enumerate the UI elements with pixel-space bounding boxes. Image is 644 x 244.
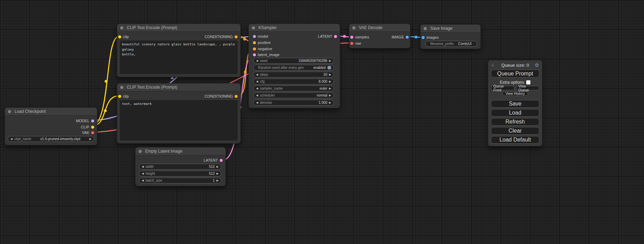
node-title-bar[interactable]: Load Checkpoint bbox=[5, 108, 97, 116]
node-save-image[interactable]: Save Image images filename_prefix ComfyU… bbox=[420, 24, 481, 49]
vae-slot-dot[interactable] bbox=[91, 131, 94, 134]
model-slot-dot[interactable] bbox=[253, 35, 256, 38]
input-slot-samples[interactable]: samples bbox=[350, 35, 369, 39]
input-slot-vae[interactable]: vae bbox=[350, 41, 361, 46]
clip-slot-dot[interactable] bbox=[118, 95, 121, 98]
image-slot-dot[interactable] bbox=[406, 36, 409, 39]
decrement-arrow-icon[interactable]: ◀ bbox=[256, 79, 258, 84]
collapse-dot-icon[interactable] bbox=[252, 26, 255, 29]
sampler-name-widget[interactable]: ◀ sampler_name euler ▶ bbox=[253, 85, 334, 91]
clear-button[interactable]: Clear bbox=[491, 127, 539, 135]
denoise-widget[interactable]: ◀ denoise 1.000 ▶ bbox=[253, 100, 334, 106]
steps-widget[interactable]: ◀ steps 20 ▶ bbox=[253, 72, 334, 78]
increment-arrow-icon[interactable]: ▶ bbox=[329, 79, 331, 84]
collapse-dot-icon[interactable] bbox=[120, 86, 123, 89]
random-seed-widget[interactable]: Random seed after every gen enabled bbox=[253, 65, 334, 71]
increment-arrow-icon[interactable]: ▶ bbox=[329, 93, 331, 98]
input-slot-model[interactable]: model bbox=[253, 34, 268, 39]
load-default-button[interactable]: Load Default bbox=[491, 136, 539, 144]
latent-slot-dot[interactable] bbox=[253, 53, 256, 56]
view-queue-button[interactable]: View Queue bbox=[516, 86, 540, 90]
increment-arrow-icon[interactable]: ▶ bbox=[329, 100, 331, 105]
clip-slot-dot[interactable] bbox=[91, 126, 94, 129]
input-slot-clip[interactable]: clip bbox=[118, 34, 129, 39]
node-load-checkpoint[interactable]: Load Checkpoint MODEL CLIP VAE ◀ ckpt_na… bbox=[5, 107, 97, 145]
increment-arrow-icon[interactable]: ▶ bbox=[329, 58, 331, 63]
increment-arrow-icon[interactable]: ▶ bbox=[217, 171, 219, 176]
output-slot-latent[interactable]: LATENT bbox=[318, 34, 337, 39]
collapse-dot-icon[interactable] bbox=[424, 27, 427, 30]
node-title-bar[interactable]: CLIP Text Encode (Prompt) bbox=[117, 24, 240, 32]
output-slot-vae[interactable]: VAE bbox=[82, 130, 94, 135]
positive-prompt-textarea[interactable]: beautiful scenery nature glass bottle la… bbox=[120, 40, 238, 74]
latent-slot-dot[interactable] bbox=[334, 35, 337, 38]
width-widget[interactable]: ◀ width 512 ▶ bbox=[139, 164, 221, 170]
save-button[interactable]: Save bbox=[491, 100, 539, 108]
latent-slot-dot[interactable] bbox=[350, 36, 353, 39]
output-slot-latent[interactable]: LATENT bbox=[204, 158, 223, 163]
output-slot-image[interactable]: IMAGE bbox=[392, 35, 409, 39]
input-slot-clip[interactable]: clip bbox=[118, 94, 129, 99]
filename-prefix-widget[interactable]: filename_prefix ComfyUI bbox=[425, 41, 477, 47]
increment-arrow-icon[interactable]: ▶ bbox=[329, 72, 331, 77]
node-title-bar[interactable]: Save Image bbox=[421, 25, 480, 33]
node-title-bar[interactable]: VAE Decode bbox=[349, 24, 410, 32]
output-slot-clip[interactable]: CLIP bbox=[81, 125, 94, 129]
collapse-dot-icon[interactable] bbox=[120, 26, 123, 29]
input-slot-negative[interactable]: negative bbox=[253, 46, 272, 51]
collapse-dot-icon[interactable] bbox=[352, 26, 355, 29]
input-slot-images[interactable]: images bbox=[422, 35, 439, 40]
node-title-bar[interactable]: CLIP Text Encode (Prompt) bbox=[117, 83, 240, 91]
height-widget[interactable]: ◀ height 512 ▶ bbox=[139, 171, 221, 177]
conditioning-slot-dot[interactable] bbox=[253, 41, 256, 44]
decrement-arrow-icon[interactable]: ◀ bbox=[256, 58, 258, 63]
node-title-bar[interactable]: Empty Latent Image bbox=[135, 147, 226, 155]
latent-slot-dot[interactable] bbox=[220, 159, 223, 162]
node-empty-latent-image[interactable]: Empty Latent Image LATENT ◀ width 512 ▶ … bbox=[135, 147, 226, 186]
conditioning-slot-dot[interactable] bbox=[235, 35, 238, 38]
extra-options-checkbox[interactable] bbox=[526, 80, 530, 84]
decrement-arrow-icon[interactable]: ◀ bbox=[142, 164, 144, 169]
node-title-bar[interactable]: KSampler bbox=[249, 24, 340, 32]
decrement-arrow-icon[interactable]: ◀ bbox=[256, 100, 258, 105]
increment-arrow-icon[interactable]: ▶ bbox=[217, 164, 219, 169]
node-vae-decode[interactable]: VAE Decode samples IMAGE vae bbox=[349, 24, 411, 48]
cfg-widget[interactable]: ◀ cfg 8.000 ▶ bbox=[253, 79, 334, 84]
conditioning-slot-dot[interactable] bbox=[253, 47, 256, 51]
ckpt-name-widget[interactable]: ◀ ckpt_name v1-5-pruned-emaonly.ckpt ▶ bbox=[8, 136, 94, 142]
view-history-button[interactable]: View History bbox=[502, 91, 528, 96]
decrement-arrow-icon[interactable]: ◀ bbox=[256, 72, 258, 77]
decrement-arrow-icon[interactable]: ◀ bbox=[10, 136, 12, 142]
load-button[interactable]: Load bbox=[491, 109, 539, 117]
model-slot-dot[interactable] bbox=[91, 119, 94, 123]
image-slot-dot[interactable] bbox=[422, 36, 425, 39]
batch-size-widget[interactable]: ◀ batch_size 1 ▶ bbox=[139, 178, 221, 183]
increment-arrow-icon[interactable]: ▶ bbox=[329, 86, 331, 91]
output-slot-conditioning[interactable]: CONDITIONING bbox=[205, 94, 238, 99]
decrement-arrow-icon[interactable]: ◀ bbox=[256, 86, 258, 91]
node-ksampler[interactable]: KSampler model LATENT positive negative … bbox=[248, 24, 340, 108]
decrement-arrow-icon[interactable]: ◀ bbox=[142, 171, 144, 176]
negative-prompt-textarea[interactable]: text, watermark bbox=[120, 100, 238, 141]
clip-slot-dot[interactable] bbox=[118, 35, 121, 38]
queue-front-button[interactable]: Queue Front bbox=[491, 86, 514, 90]
decrement-arrow-icon[interactable]: ◀ bbox=[256, 93, 258, 98]
scheduler-widget[interactable]: ◀ scheduler normal ▶ bbox=[253, 92, 334, 98]
node-clip-text-encode-positive[interactable]: CLIP Text Encode (Prompt) clip CONDITION… bbox=[117, 24, 241, 77]
increment-arrow-icon[interactable]: ▶ bbox=[89, 136, 91, 142]
input-slot-latent-image[interactable]: latent_image bbox=[253, 52, 280, 57]
output-slot-conditioning[interactable]: CONDITIONING bbox=[205, 34, 238, 39]
output-slot-model[interactable]: MODEL bbox=[76, 118, 94, 123]
collapse-dot-icon[interactable] bbox=[8, 110, 11, 113]
node-clip-text-encode-negative[interactable]: CLIP Text Encode (Prompt) clip CONDITION… bbox=[117, 83, 241, 144]
queue-prompt-button[interactable]: Queue Prompt bbox=[491, 70, 539, 78]
seed-widget[interactable]: ◀ seed 156680208700286 ▶ bbox=[253, 58, 334, 64]
collapse-dot-icon[interactable] bbox=[139, 150, 142, 153]
input-slot-positive[interactable]: positive bbox=[253, 40, 271, 45]
toggle-on-icon[interactable] bbox=[327, 66, 331, 70]
increment-arrow-icon[interactable]: ▶ bbox=[217, 178, 219, 183]
settings-gear-icon[interactable]: ⚙ bbox=[535, 62, 539, 68]
decrement-arrow-icon[interactable]: ◀ bbox=[142, 178, 144, 183]
vae-slot-dot[interactable] bbox=[350, 42, 353, 45]
conditioning-slot-dot[interactable] bbox=[235, 95, 238, 98]
